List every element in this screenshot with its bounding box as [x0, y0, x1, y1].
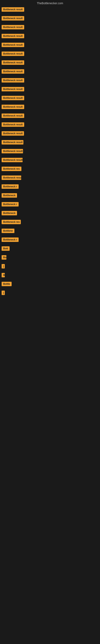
result-item: Bottleneck result [1, 87, 99, 92]
result-item: Bottleneck result [1, 52, 99, 57]
result-badge[interactable]: Bottleneck result [1, 78, 24, 82]
result-badge[interactable]: Bott [1, 246, 10, 251]
result-badge[interactable]: Bottleneck result [1, 25, 24, 30]
result-badge[interactable]: Bottleneck res [1, 167, 21, 171]
result-badge[interactable]: Bottleneck result [1, 158, 23, 162]
result-badge[interactable]: | [1, 290, 5, 295]
site-header: TheBottlenecker.com [0, 0, 100, 7]
result-badge[interactable]: Bottleneck r [1, 202, 19, 206]
result-item: Bottlene [1, 228, 99, 234]
result-item: Bottleneck [1, 193, 99, 198]
result-badge[interactable]: Bottleneck result [1, 16, 24, 20]
result-badge[interactable]: B [1, 273, 5, 277]
result-badge[interactable]: Bottleneck result [1, 140, 23, 144]
result-item: Bottleneck result [1, 114, 99, 119]
result-item: Bottleneck r [1, 202, 99, 207]
result-item: Bottleneck result [1, 16, 99, 21]
result-item: Bottleneck result [1, 78, 99, 83]
result-item: Bo [1, 255, 99, 260]
result-badge[interactable]: Bottleneck result [1, 52, 24, 56]
result-item: Bottleneck result [1, 105, 99, 110]
result-item: Bottleneck result [1, 131, 99, 136]
result-item: Bottleneck result [1, 122, 99, 128]
result-item: Bottleneck result [1, 149, 99, 154]
result-badge[interactable]: Bottle [1, 282, 12, 286]
result-badge[interactable]: Bottleneck [1, 211, 17, 215]
result-item: Bottleneck r [1, 184, 99, 190]
result-item: Bottleneck result [1, 60, 99, 66]
result-badge[interactable]: Bottleneck result [1, 60, 24, 65]
result-item: B [1, 273, 99, 278]
result-item: | [1, 290, 99, 296]
result-badge[interactable]: Bottleneck result [1, 7, 24, 12]
result-item: Bottleneck result [1, 25, 99, 30]
result-item: Bottleneck result [1, 96, 99, 101]
result-badge[interactable]: Bottleneck result [1, 34, 24, 38]
result-item: Bottleneck res [1, 220, 99, 225]
result-badge[interactable]: Bo [1, 255, 6, 260]
result-badge[interactable]: Bottleneck result [1, 114, 24, 118]
result-item: Bottleneck result [1, 7, 99, 12]
result-item: Bottleneck result [1, 69, 99, 74]
result-badge[interactable]: Bottleneck result [1, 69, 24, 74]
result-badge[interactable]: Bottleneck result [1, 87, 24, 91]
result-item: Bottleneck result [1, 158, 99, 163]
result-badge[interactable]: Bottleneck r [1, 238, 19, 242]
result-item: Bottleneck r [1, 238, 99, 243]
result-badge[interactable]: Bottleneck r [1, 184, 19, 189]
result-badge[interactable]: Bottleneck result [1, 96, 24, 100]
result-item: Bottleneck result [1, 176, 99, 181]
result-badge[interactable]: Bottleneck result [1, 105, 24, 109]
result-badge[interactable]: Bottleneck result [1, 131, 24, 136]
result-badge[interactable]: Bottleneck res [1, 220, 21, 224]
result-badge[interactable]: Bottleneck [1, 193, 17, 198]
result-badge[interactable]: | [1, 264, 5, 268]
result-item: Bottle [1, 282, 99, 287]
result-badge[interactable]: Bottleneck result [1, 149, 23, 153]
result-badge[interactable]: Bottleneck result [1, 43, 24, 47]
result-item: Bottleneck result [1, 140, 99, 145]
results-container: Bottleneck resultBottleneck resultBottle… [0, 7, 100, 296]
result-item: | [1, 264, 99, 269]
result-item: Bottleneck result [1, 43, 99, 48]
result-item: Bottleneck result [1, 34, 99, 39]
result-badge[interactable]: Bottleneck result [1, 176, 21, 180]
result-badge[interactable]: Bottleneck result [1, 122, 24, 127]
result-item: Bottleneck res [1, 167, 99, 172]
result-item: Bott [1, 246, 99, 252]
result-badge[interactable]: Bottlene [1, 228, 14, 233]
result-item: Bottleneck [1, 211, 99, 216]
